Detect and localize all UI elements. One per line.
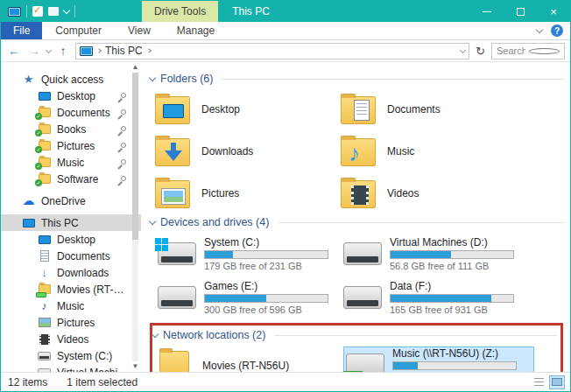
tab-file[interactable]: File [1, 22, 42, 39]
drive-icon [343, 242, 382, 265]
content-pane: Folders (6)DesktopDocumentsDownloads♪Mus… [141, 62, 570, 372]
sidebar-item-desktop[interactable]: Desktop [1, 231, 141, 248]
drive-tile[interactable]: Data (F:)165 GB free of 931 GB [341, 279, 532, 316]
address-box[interactable]: This PC [75, 43, 469, 60]
sidebar-item-label: OneDrive [41, 195, 86, 207]
sidebar-item-books[interactable]: ✓Books [1, 121, 141, 137]
drive-tile[interactable]: Virtual Machines (D:)56.8 GB free of 111… [341, 235, 532, 272]
sidebar-item-pictures[interactable]: Pictures [1, 314, 141, 331]
drive-name: Music (\\RT-N56U) (Z:) [392, 347, 530, 360]
capacity-bar [392, 361, 517, 370]
folder-label: Downloads [201, 145, 253, 158]
breadcrumb-this-pc[interactable]: This PC [105, 45, 143, 57]
section-title: Network locations (2) [163, 329, 265, 341]
minimize-button[interactable] [470, 1, 504, 22]
section-header-network[interactable]: Network locations (2) [152, 327, 557, 343]
address-history-chevron-icon[interactable] [460, 46, 466, 52]
folder-tile-desktop[interactable]: Desktop [155, 92, 328, 127]
network-grid: Movies (RT-N56U)Music (\\RT-N56U) (Z:)74… [152, 343, 557, 372]
maximize-button[interactable] [504, 1, 537, 22]
folder-label: Pictures [201, 187, 239, 200]
up-button[interactable]: ↑ [55, 44, 71, 58]
drive-tile[interactable]: System (C:)179 GB free of 231 GB [155, 235, 328, 272]
onedrive-cloud-icon: ☁ [22, 195, 35, 206]
sidebar-item-label: System (C:) [57, 350, 112, 362]
help-icon[interactable]: ? [551, 24, 563, 37]
sidebar-item-system-c-[interactable]: System (C:) [1, 347, 141, 364]
sidebar-item-music[interactable]: ♪Music [1, 298, 141, 314]
scrollbar-thumb[interactable] [132, 73, 138, 240]
sidebar-item-virtual-machines-d-[interactable]: Virtual Machines (D:) [1, 364, 141, 372]
crumb-separator-icon [146, 48, 152, 53]
search-input[interactable]: Search Th... [491, 43, 565, 60]
drive-icon [158, 242, 196, 265]
section-header-folders[interactable]: Folders (6) [150, 71, 565, 87]
new-folder-icon[interactable] [48, 7, 59, 16]
back-button[interactable]: ← [6, 44, 22, 58]
sidebar-item-label: This PC [41, 217, 79, 229]
quick-access-star-icon: ★ [22, 74, 35, 85]
capacity-bar [204, 250, 328, 259]
large-icons-view-icon [552, 378, 562, 386]
expand-ribbon-chevron-icon[interactable] [536, 26, 543, 33]
scroll-up-icon[interactable]: ▲ [132, 64, 139, 71]
this-pc-icon [22, 217, 35, 228]
system-drive-icon [38, 350, 51, 361]
sidebar-item-label: Music [57, 300, 84, 312]
sidebar-item-label: Desktop [57, 234, 95, 246]
folder-tile-downloads[interactable]: Downloads [155, 134, 328, 169]
properties-icon[interactable] [32, 6, 43, 17]
network-drive-tile[interactable]: Music (\\RT-N56U) (Z:)744 GB free of 931… [343, 346, 534, 372]
tab-manage[interactable]: Manage [164, 22, 228, 39]
refresh-icon[interactable]: ↻ [474, 45, 487, 58]
downloads-folder-icon [155, 138, 190, 166]
sidebar-item-videos[interactable]: Videos [1, 331, 141, 347]
sidebar-item-this-pc[interactable]: This PC [1, 214, 141, 231]
addressbar: ← → ↑ This PC ↻ Search Th... [1, 40, 570, 62]
tab-view[interactable]: View [115, 22, 164, 39]
sidebar-item-label: Books [57, 123, 86, 136]
customize-toolbar-chevron-icon[interactable] [63, 6, 70, 13]
sidebar-item-label: Movies (RT-N56U) [57, 284, 129, 296]
large-icons-view-button[interactable] [549, 375, 565, 389]
free-space-text: 300 GB free of 596 GB [204, 304, 324, 315]
sidebar-item-pictures[interactable]: ✓Pictures [1, 137, 141, 154]
titlebar: Drive Tools This PC × [1, 1, 570, 22]
section-header-drives[interactable]: Devices and drives (4) [150, 214, 565, 230]
tab-computer[interactable]: Computer [42, 22, 115, 39]
sidebar-item-documents[interactable]: Documents [1, 248, 141, 264]
folder-tile-pictures[interactable]: Pictures [155, 176, 328, 211]
details-view-button[interactable] [531, 375, 546, 389]
sidebar-item-label: Pictures [57, 140, 95, 152]
sidebar-item-quick-access[interactable]: ★Quick access [1, 71, 141, 88]
collapse-chevron-icon[interactable] [152, 330, 159, 337]
scroll-down-icon[interactable]: ▼ [132, 363, 139, 370]
sidebar-scrollbar[interactable]: ▲ ▼ [131, 64, 139, 370]
windows-logo-icon [155, 238, 168, 251]
this-pc-crumb-icon [80, 46, 93, 56]
sidebar-item-label: Virtual Machines (D:) [57, 367, 129, 373]
sidebar-item-onedrive[interactable]: ☁OneDrive [1, 192, 141, 209]
folder-tile-music[interactable]: ♪Music [341, 134, 532, 169]
sidebar-item-music[interactable]: ✓Music [1, 154, 141, 171]
recent-locations-chevron-icon[interactable] [46, 46, 52, 52]
collapse-chevron-icon[interactable] [149, 74, 156, 80]
drive-tile[interactable]: Games (E:)300 GB free of 596 GB [155, 279, 328, 316]
drive-tools-tab[interactable]: Drive Tools [142, 1, 218, 22]
drive-name: System (C:) [204, 236, 324, 248]
sidebar-item-movies-rt-n56u-[interactable]: Movies (RT-N56U) [1, 281, 141, 298]
sidebar-item-downloads[interactable]: ↓Downloads [1, 264, 141, 281]
sidebar-item-desktop[interactable]: Desktop [1, 88, 141, 104]
folder-tile-videos[interactable]: Videos [341, 176, 532, 211]
close-button[interactable]: × [537, 1, 570, 22]
sidebar-item-software[interactable]: ✓Software [1, 171, 141, 187]
forward-button[interactable]: → [26, 44, 42, 58]
collapse-chevron-icon[interactable] [149, 217, 156, 224]
network-drive-icon [346, 354, 384, 372]
network-folder-tile[interactable]: Movies (RT-N56U) [158, 346, 331, 372]
sidebar-item-label: Documents [57, 107, 110, 119]
sidebar-item-documents[interactable]: ✓Documents [1, 104, 141, 121]
folder-label: Videos [387, 187, 419, 200]
folder-tile-documents[interactable]: Documents [341, 92, 532, 127]
details-view-icon [534, 378, 544, 386]
